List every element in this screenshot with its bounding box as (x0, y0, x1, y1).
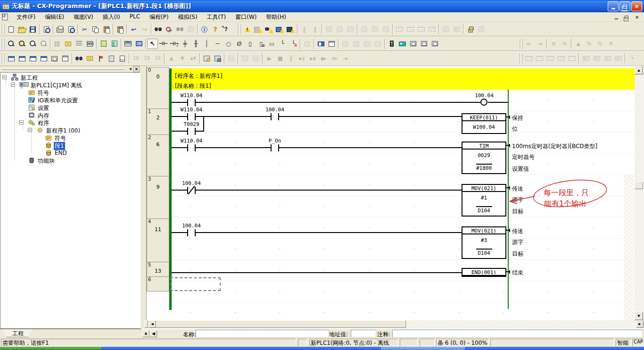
mark-force-off-button[interactable]: % (584, 39, 594, 49)
net-d-button[interactable] (613, 53, 624, 64)
new-view-button[interactable] (323, 24, 334, 34)
address-field[interactable] (351, 330, 376, 338)
work-online-button[interactable] (201, 53, 212, 64)
hscroll-thumb[interactable] (156, 320, 406, 328)
menu-9[interactable]: 帮助(H) (262, 12, 291, 22)
manage-view-button[interactable] (334, 24, 345, 34)
tree-item-symbols[interactable]: 符号 (0, 89, 140, 96)
tree-expander[interactable] (28, 128, 32, 132)
menu-7[interactable]: 工具(T) (202, 12, 231, 22)
monitor-doc-button[interactable] (226, 53, 237, 64)
radix-16-button[interactable]: 16 (152, 53, 163, 64)
align-list-button[interactable]: ≡ (548, 39, 559, 49)
sim-stop-button[interactable]: ■ (275, 53, 286, 64)
tree-item-programs[interactable]: 程序 (0, 119, 140, 126)
radix-10s-button[interactable]: 10 (141, 53, 152, 64)
trace-table-button[interactable] (416, 24, 427, 34)
instruction-block[interactable]: END(001) (462, 268, 506, 277)
toolbar-gripper[interactable] (1, 53, 5, 64)
goto-input-button[interactable] (372, 39, 383, 49)
indent-right-button[interactable]: ⇥ (535, 39, 545, 49)
show-grid-button[interactable] (52, 39, 63, 49)
step-run-button[interactable]: ≫ (329, 53, 340, 64)
sim-run-pause-button[interactable]: ▶‖ (297, 53, 307, 64)
instruction-block[interactable]: MOV(021)#3D104 (462, 226, 506, 259)
move-jump-button[interactable]: ▲▼ (188, 53, 198, 64)
new-pou-button[interactable]: ▯ (245, 39, 256, 49)
tree-item-project-root[interactable]: 新工程 (0, 74, 140, 81)
monitor-data-button[interactable] (98, 39, 109, 49)
output-coil[interactable] (480, 99, 487, 106)
new-or-contact-button[interactable]: ╪ (180, 39, 190, 49)
find-button[interactable] (153, 24, 164, 34)
address-ref-button[interactable] (185, 24, 196, 34)
find-bit-button[interactable] (174, 24, 185, 34)
tree-item-memory[interactable]: 内存 (0, 111, 140, 119)
rung-margin[interactable]: 39 (147, 176, 169, 219)
toolbar-gripper[interactable] (519, 53, 522, 64)
scroll-up-button[interactable]: ▲ (635, 66, 643, 75)
data-table-button[interactable] (405, 24, 416, 34)
resume-hand-button[interactable] (250, 53, 261, 64)
pause-hand-button[interactable] (239, 53, 250, 64)
move-down-button[interactable]: ▼ (177, 53, 188, 64)
frame-a-button[interactable] (408, 39, 419, 49)
invoke-fb-button[interactable]: ▭ (266, 39, 277, 49)
scroll-down-button[interactable]: ▼ (635, 312, 643, 320)
train-view-button[interactable] (397, 39, 408, 49)
watch-table-button[interactable] (427, 24, 438, 34)
zoom-to-button[interactable] (17, 39, 27, 49)
about-button[interactable] (199, 24, 210, 34)
transfer-from-plc-button[interactable] (285, 24, 296, 34)
redo-button[interactable]: ↪ (139, 24, 150, 34)
pause-monitor-button[interactable]: ‖ (299, 24, 310, 34)
tree-item-program-symbols[interactable]: 符号 (0, 134, 140, 142)
rung-margin[interactable]: 513 (147, 262, 169, 277)
window-new-button[interactable] (6, 53, 17, 64)
instruction-block[interactable]: KEEP(011)W100.04 (462, 113, 506, 134)
copy-button[interactable] (90, 24, 101, 34)
symbar-left-button[interactable]: ◀ (150, 330, 157, 337)
taskbar-button[interactable] (381, 347, 465, 350)
menu-6[interactable]: 模拟(S) (173, 12, 202, 22)
new-contact-button[interactable]: ⊣⊢ (158, 39, 169, 49)
menu-5[interactable]: 编程(P) (145, 12, 173, 22)
scroll-right-button[interactable]: ▶ (636, 320, 644, 328)
menu-1[interactable]: 编辑(E) (40, 12, 69, 22)
diff-c-button[interactable] (545, 53, 556, 64)
mdi-close-button[interactable]: × (634, 14, 640, 20)
context-help-button[interactable]: ?↖ (221, 24, 231, 34)
toolbar-gripper[interactable] (1, 39, 5, 49)
rung-margin[interactable]: 26 (147, 134, 169, 176)
horizontal-line-button[interactable]: ─ (212, 39, 223, 49)
mark-force-cancel-button[interactable]: % (594, 39, 605, 49)
line-connect-button[interactable]: └ (277, 39, 288, 49)
print-preview-button[interactable] (66, 24, 76, 34)
timer-table-button[interactable] (394, 24, 405, 34)
print-button[interactable] (55, 24, 66, 34)
new-button[interactable] (6, 24, 17, 34)
tree-item-end[interactable]: END (0, 149, 140, 157)
menu-2[interactable]: 视图(V) (69, 12, 98, 22)
address-window-button[interactable] (117, 53, 128, 64)
mark-differentiate-button[interactable]: ✕ (605, 39, 616, 49)
toolbar-gripper[interactable] (1, 24, 5, 34)
instruction-ref-button[interactable] (326, 39, 337, 49)
pause-button[interactable]: ‖ (310, 24, 321, 34)
name-field[interactable] (196, 330, 329, 338)
edit-cursor[interactable] (170, 277, 221, 291)
tree-expander[interactable] (19, 120, 24, 125)
force-cancel-button[interactable] (38, 53, 49, 64)
pane-splitter[interactable] (141, 66, 146, 329)
goto-prev-button[interactable] (351, 39, 362, 49)
symbar-close-button[interactable]: x (142, 330, 149, 337)
step-out-button[interactable]: ▮▶ (318, 53, 329, 64)
mdi-minimize-button[interactable] (613, 14, 619, 20)
show-rung-annotation-button[interactable] (74, 39, 84, 49)
new-coil-button[interactable]: ○ (223, 39, 234, 49)
diff-b-button[interactable] (534, 53, 545, 64)
scroll-left-button[interactable]: ◀ (149, 320, 156, 328)
menu-4[interactable]: PLC (125, 12, 145, 22)
rung-margin[interactable]: 00 (147, 67, 169, 109)
toolbar-gripper[interactable] (519, 39, 523, 49)
